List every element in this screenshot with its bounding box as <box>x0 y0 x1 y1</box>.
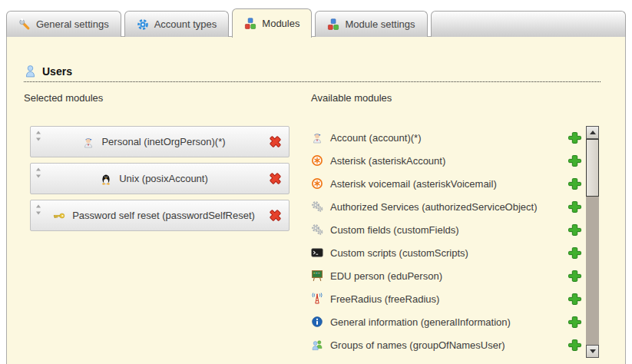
tab-bar: General settings Account types Modules M… <box>6 8 626 37</box>
available-module-label: Asterisk (asteriskAccount) <box>330 155 445 167</box>
available-module-label: Custom fields (customFields) <box>330 224 459 236</box>
tab-label: General settings <box>36 18 109 30</box>
tab-general-settings[interactable]: General settings <box>6 11 121 37</box>
person-icon <box>311 131 323 144</box>
add-module-button[interactable] <box>568 154 581 167</box>
available-module-label: Custom scripts (customScripts) <box>330 247 468 259</box>
selected-module-label: Password self reset (passwordSelfReset) <box>72 210 255 221</box>
scrollbar-track[interactable] <box>586 139 599 345</box>
add-module-button[interactable] <box>568 270 581 283</box>
scroll-up-icon <box>590 131 596 134</box>
scrollbar-down-button[interactable] <box>586 345 599 358</box>
asterisk-icon <box>311 154 323 167</box>
gears-icon <box>311 223 323 236</box>
asterisk-icon <box>311 177 323 190</box>
tab-label: Account types <box>154 18 217 30</box>
antenna-icon <box>311 293 323 305</box>
add-module-button[interactable] <box>568 339 581 352</box>
tab-module-settings[interactable]: Module settings <box>315 11 427 37</box>
selected-module-row[interactable]: Unix (posixAccount) <box>30 163 290 194</box>
tab-bar-filler <box>431 11 626 37</box>
info-icon <box>311 316 323 328</box>
available-module-label: Authorized Services (authorizedServiceOb… <box>330 201 538 213</box>
scrollbar-thumb[interactable] <box>586 139 599 197</box>
available-module-row: General information (generalInformation) <box>311 310 581 333</box>
selected-module-row[interactable]: Personal (inetOrgPerson)(*) <box>30 126 290 157</box>
add-module-button[interactable] <box>568 247 581 260</box>
available-modules-label: Available modules <box>311 92 392 104</box>
group-icon <box>311 339 323 351</box>
lam-configuration-page: General settings Account types Modules M… <box>0 0 632 364</box>
add-module-button[interactable] <box>568 200 581 213</box>
add-module-button[interactable] <box>568 316 581 329</box>
modules-icon <box>327 18 339 31</box>
available-module-row: Asterisk (asteriskAccount) <box>311 149 581 172</box>
add-module-button[interactable] <box>568 131 581 144</box>
terminal-icon <box>311 247 323 259</box>
tab-label: Module settings <box>345 18 415 30</box>
user-icon <box>24 65 37 78</box>
tab-label: Modules <box>262 18 299 29</box>
person-icon <box>82 136 94 148</box>
drag-handle-icon[interactable] <box>35 204 41 215</box>
scroll-down-icon <box>590 349 596 353</box>
selected-module-row[interactable]: Password self reset (passwordSelfReset) <box>30 200 290 231</box>
key-icon <box>53 210 65 222</box>
add-module-button[interactable] <box>568 293 581 306</box>
selected-module-content: Unix (posixAccount) <box>41 173 266 185</box>
modules-tab-panel: Users Selected modules Available modules… <box>6 36 626 364</box>
available-module-row: Account (account)(*) <box>311 126 581 149</box>
add-module-button[interactable] <box>568 177 581 190</box>
chalkboard-icon <box>311 270 323 282</box>
available-module-label: FreeRadius (freeRadius) <box>330 293 439 305</box>
tab-account-types[interactable]: Account types <box>124 11 230 37</box>
tux-icon <box>100 173 112 185</box>
available-module-label: EDU person (eduPerson) <box>330 270 442 282</box>
available-module-row: Groups of names (groupOfNamesUser) <box>311 333 581 356</box>
selected-modules-list: Personal (inetOrgPerson)(*) Unix (posixA… <box>30 126 290 237</box>
section-title: Users <box>42 65 72 78</box>
gears-icon <box>311 200 323 213</box>
wrench-icon <box>18 18 31 31</box>
available-module-label: Asterisk voicemail (asteriskVoicemail) <box>330 178 497 190</box>
drag-handle-icon[interactable] <box>35 131 41 141</box>
add-module-button[interactable] <box>568 223 581 237</box>
available-modules-scrollbar[interactable] <box>586 126 599 358</box>
selected-module-content: Personal (inetOrgPerson)(*) <box>41 136 266 148</box>
remove-module-button[interactable] <box>268 171 283 186</box>
modules-icon <box>244 18 256 30</box>
selected-modules-label: Selected modules <box>24 92 103 104</box>
remove-module-button[interactable] <box>268 134 283 149</box>
available-module-row: Authorized Services (authorizedServiceOb… <box>311 195 581 218</box>
available-module-row: EDU person (eduPerson) <box>311 264 581 287</box>
available-module-row: Asterisk voicemail (asteriskVoicemail) <box>311 172 581 195</box>
remove-module-button[interactable] <box>268 208 283 223</box>
scrollbar-up-button[interactable] <box>586 126 599 139</box>
available-module-label: Account (account)(*) <box>330 132 422 144</box>
available-module-row: FreeRadius (freeRadius) <box>311 287 581 310</box>
available-module-row: Custom fields (customFields) <box>311 218 581 241</box>
drag-handle-icon[interactable] <box>35 167 41 178</box>
users-section-header: Users <box>24 65 601 82</box>
available-module-row: Custom scripts (customScripts) <box>311 241 581 264</box>
selected-module-content: Password self reset (passwordSelfReset) <box>41 210 266 222</box>
selected-module-label: Unix (posixAccount) <box>119 173 208 184</box>
selected-module-label: Personal (inetOrgPerson)(*) <box>101 136 225 147</box>
gear-icon <box>137 18 149 31</box>
tab-modules[interactable]: Modules <box>232 8 312 38</box>
available-module-label: Groups of names (groupOfNamesUser) <box>330 339 505 351</box>
available-modules-list: Account (account)(*) Asterisk (asteriskA… <box>311 126 581 356</box>
available-module-label: General information (generalInformation) <box>330 316 511 328</box>
